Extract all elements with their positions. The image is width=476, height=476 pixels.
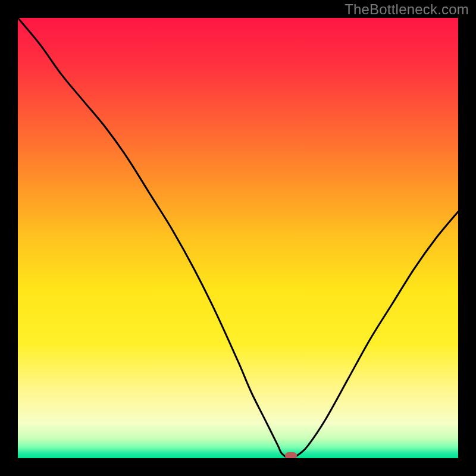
watermark-text: TheBottleneck.com <box>345 1 469 18</box>
plot-area <box>18 18 458 458</box>
bottleneck-curve <box>18 18 458 458</box>
optimal-point-marker <box>285 452 297 458</box>
chart-frame: TheBottleneck.com <box>0 0 476 476</box>
